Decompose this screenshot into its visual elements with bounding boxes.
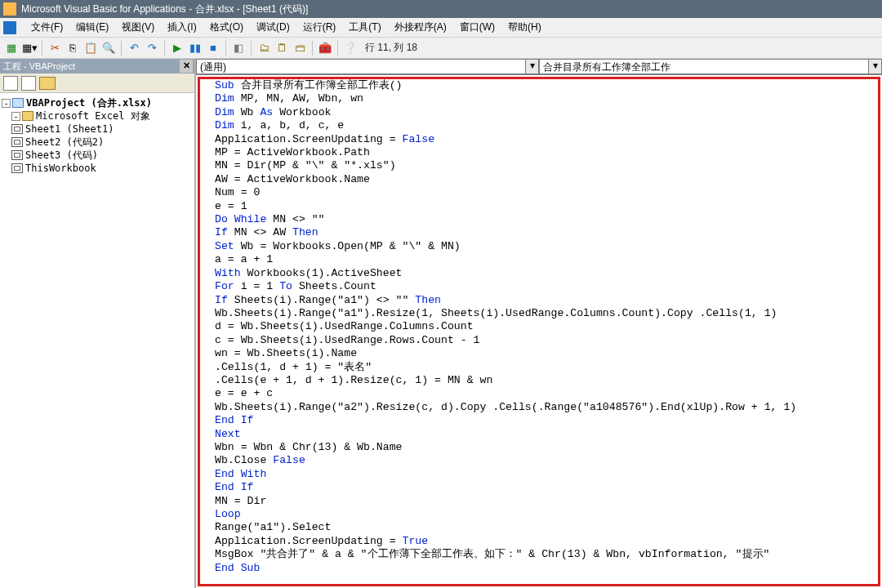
run-icon[interactable]: ▶ <box>169 40 185 56</box>
menu-edit[interactable]: 编辑(E) <box>69 18 115 37</box>
find-icon[interactable]: 🔍 <box>100 40 117 56</box>
project-explorer-title: 工程 - VBAProject ✕ <box>0 59 194 74</box>
tree-thisworkbook[interactable]: ThisWorkbook <box>2 162 193 175</box>
menu-file[interactable]: 文件(F) <box>24 18 69 37</box>
view-object-icon[interactable] <box>21 76 36 91</box>
menu-insert[interactable]: 插入(I) <box>161 18 203 37</box>
project-explorer: 工程 - VBAProject ✕ -VBAProject (合并.xlsx) … <box>0 59 196 588</box>
chevron-down-icon[interactable]: ▾ <box>868 60 881 74</box>
project-explorer-toolbar <box>0 74 194 93</box>
help-icon[interactable]: ❔ <box>342 40 359 56</box>
view-excel-icon[interactable]: ▦ <box>3 40 20 56</box>
toolbox-icon[interactable]: 🧰 <box>317 40 333 56</box>
view-code-icon[interactable] <box>3 76 18 91</box>
project-tree[interactable]: -VBAProject (合并.xlsx) -Microsoft Excel 对… <box>0 93 194 588</box>
tree-folder-excel-objects[interactable]: -Microsoft Excel 对象 <box>2 109 193 122</box>
properties-icon[interactable]: 🗒 <box>274 40 290 56</box>
reset-icon[interactable]: ■ <box>205 40 221 56</box>
window-title: Microsoft Visual Basic for Applications … <box>21 2 308 16</box>
insert-dropdown-icon[interactable]: ▦▾ <box>21 40 38 56</box>
tree-project-root[interactable]: -VBAProject (合并.xlsx) <box>2 96 193 109</box>
menu-tools[interactable]: 工具(T) <box>342 18 387 37</box>
procedure-dropdown-value: 合并目录所有工作簿全部工作 <box>543 61 670 73</box>
menu-view[interactable]: 视图(V) <box>115 18 161 37</box>
undo-icon[interactable]: ↶ <box>126 40 142 56</box>
menu-format[interactable]: 格式(O) <box>203 18 250 37</box>
redo-icon[interactable]: ↷ <box>144 40 160 56</box>
menu-run[interactable]: 运行(R) <box>296 18 343 37</box>
toolbar: ▦ ▦▾ ✂ ⎘ 📋 🔍 ↶ ↷ ▶ ▮▮ ■ ◧ 🗂 🗒 🗃 🧰 ❔ 行 11… <box>0 38 882 59</box>
code-editor[interactable]: Sub 合并目录所有工作簿全部工作表() Dim MP, MN, AW, Wbn… <box>198 77 880 586</box>
object-dropdown[interactable]: (通用) ▾ <box>196 59 539 74</box>
menu-help[interactable]: 帮助(H) <box>501 18 548 37</box>
code-pane: (通用) ▾ 合并目录所有工作簿全部工作 ▾ Sub 合并目录所有工作簿全部工作… <box>196 59 882 588</box>
menu-debug[interactable]: 调试(D) <box>250 18 296 37</box>
paste-icon[interactable]: 📋 <box>82 40 99 56</box>
menu-window[interactable]: 窗口(W) <box>453 18 501 37</box>
code-dropdowns: (通用) ▾ 合并目录所有工作簿全部工作 ▾ <box>196 59 882 75</box>
object-browser-icon[interactable]: 🗃 <box>292 40 308 56</box>
tree-sheet1[interactable]: Sheet1 (Sheet1) <box>2 122 193 136</box>
procedure-dropdown[interactable]: 合并目录所有工作簿全部工作 ▾ <box>539 59 882 74</box>
tree-sheet2[interactable]: Sheet2 (代码2) <box>2 136 193 149</box>
toggle-folders-icon[interactable] <box>39 77 56 90</box>
copy-icon[interactable]: ⎘ <box>65 40 81 56</box>
menu-bar: 文件(F) 编辑(E) 视图(V) 插入(I) 格式(O) 调试(D) 运行(R… <box>0 18 882 38</box>
cursor-position: 行 11, 列 18 <box>365 41 417 55</box>
title-bar: Microsoft Visual Basic for Applications … <box>0 0 882 18</box>
object-dropdown-value: (通用) <box>200 61 226 73</box>
app-icon <box>3 2 16 16</box>
vba-icon <box>3 21 16 34</box>
menu-addins[interactable]: 外接程序(A) <box>388 18 453 37</box>
cut-icon[interactable]: ✂ <box>47 40 63 56</box>
break-icon[interactable]: ▮▮ <box>187 40 203 56</box>
tree-sheet3[interactable]: Sheet3 (代码) <box>2 149 193 162</box>
code-text[interactable]: Sub 合并目录所有工作簿全部工作表() Dim MP, MN, AW, Wbn… <box>200 79 878 578</box>
project-explorer-icon[interactable]: 🗂 <box>256 40 272 56</box>
close-icon[interactable]: ✕ <box>180 60 193 73</box>
project-explorer-title-text: 工程 - VBAProject <box>3 60 75 73</box>
design-mode-icon[interactable]: ◧ <box>230 40 247 56</box>
chevron-down-icon[interactable]: ▾ <box>525 60 538 74</box>
